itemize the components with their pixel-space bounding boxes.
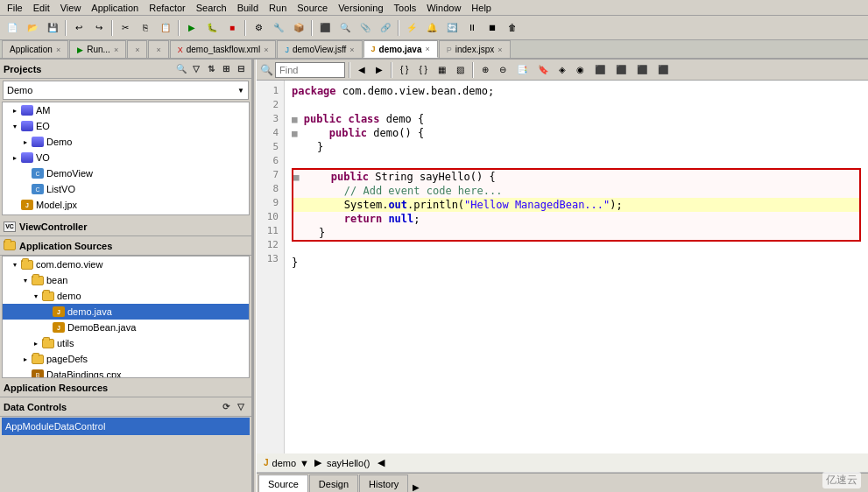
- tab-index-jspx[interactable]: P index.jspx ×: [439, 40, 511, 58]
- search-project-btn[interactable]: 🔍: [174, 62, 188, 76]
- tree-item-demo[interactable]: ▸ Demo: [3, 134, 249, 150]
- tab-run[interactable]: ▶ Run... ×: [69, 40, 126, 58]
- toolbar-btn-extra11[interactable]: ⏸: [462, 18, 482, 38]
- class-dropdown[interactable]: J demo ▼: [264, 458, 309, 468]
- paste-btn[interactable]: 📋: [156, 18, 175, 38]
- menu-help[interactable]: Help: [466, 2, 497, 14]
- toolbar-btn-extra7[interactable]: 🔗: [376, 18, 395, 38]
- tree-databindings[interactable]: B DataBindings.cpx: [3, 367, 249, 378]
- find-input[interactable]: [275, 62, 345, 78]
- editor-btn3[interactable]: ▦: [434, 62, 450, 78]
- tree-item-demoview[interactable]: C DemoView: [3, 165, 249, 181]
- tab-taskflow[interactable]: X demo_taskflow.xml ×: [170, 40, 277, 58]
- tab-close-application[interactable]: ×: [56, 46, 60, 54]
- editor-btn5[interactable]: ⊕: [477, 62, 493, 78]
- undo-btn[interactable]: ↩: [69, 18, 88, 38]
- tab-design[interactable]: Design: [309, 474, 358, 492]
- redo-btn[interactable]: ↪: [89, 18, 109, 38]
- tree-item-model-jpx[interactable]: J Model.jpx: [3, 197, 249, 213]
- expand-icon[interactable]: ▸: [10, 107, 20, 115]
- editor-btn12[interactable]: ⬛: [611, 62, 631, 78]
- save-btn[interactable]: 💾: [43, 18, 62, 38]
- menu-build[interactable]: Build: [232, 2, 264, 14]
- editor-btn7[interactable]: 📑: [512, 62, 532, 78]
- editor-btn9[interactable]: ◈: [554, 62, 570, 78]
- tab-history[interactable]: History: [359, 474, 408, 492]
- editor-btn2[interactable]: { }: [414, 62, 431, 78]
- toolbar-btn-extra2[interactable]: 🔧: [269, 18, 288, 38]
- editor-btn4[interactable]: ▧: [452, 62, 469, 78]
- expand-icon[interactable]: ▾: [10, 261, 20, 269]
- find-prev-btn[interactable]: ◀: [354, 62, 370, 78]
- editor-btn6[interactable]: ⊖: [495, 62, 511, 78]
- toolbar-btn-extra3[interactable]: 📦: [289, 18, 308, 38]
- editor-btn10[interactable]: ◉: [572, 62, 589, 78]
- open-btn[interactable]: 📂: [23, 18, 42, 38]
- run-btn[interactable]: ▶: [182, 18, 201, 38]
- expand-icon[interactable]: ▸: [20, 138, 31, 146]
- tab-close-run[interactable]: ×: [114, 46, 118, 54]
- editor-btn11[interactable]: ⬛: [590, 62, 610, 78]
- tab-demo-java[interactable]: J demo.java ×: [363, 40, 438, 58]
- tree-item-modelbundle[interactable]: P ModelBundle.properties: [3, 213, 249, 215]
- editor-btn1[interactable]: { }: [396, 62, 413, 78]
- tree-item-am[interactable]: ▸ AM: [3, 102, 249, 118]
- menu-file[interactable]: File: [2, 2, 28, 14]
- tree-item-eo[interactable]: ▾ EO: [3, 118, 249, 134]
- scroll-left-icon[interactable]: ◀: [378, 457, 385, 468]
- toolbar-btn-extra4[interactable]: ⬛: [315, 18, 335, 38]
- tab-close-demoview[interactable]: ×: [349, 46, 354, 54]
- expand-icon[interactable]: ▸: [31, 340, 41, 348]
- menu-view[interactable]: View: [55, 2, 87, 14]
- menu-edit[interactable]: Edit: [28, 2, 55, 14]
- tab-close-unnamed2[interactable]: ×: [156, 46, 160, 54]
- expand-icon[interactable]: ▸: [10, 154, 20, 162]
- tree-pagedefs[interactable]: ▸ pageDefs: [3, 351, 249, 367]
- dc-filter-btn[interactable]: ▽: [234, 400, 248, 414]
- toolbar-btn-extra8[interactable]: ⚡: [402, 18, 421, 38]
- cut-btn[interactable]: ✂: [116, 18, 135, 38]
- expand-icon[interactable]: ▾: [20, 277, 31, 285]
- tree-demo-folder[interactable]: ▾ demo: [3, 288, 249, 304]
- tree-demobean-java[interactable]: J DemoBean.java: [3, 320, 249, 335]
- editor-btn14[interactable]: ⬛: [653, 62, 673, 78]
- expand-icon[interactable]: ▾: [31, 292, 41, 300]
- tree-com-demo-view[interactable]: ▾ com.demo.view: [3, 257, 249, 272]
- menu-source[interactable]: Source: [292, 2, 333, 14]
- toolbar-btn-extra12[interactable]: ⏹: [483, 18, 502, 38]
- filter-btn[interactable]: ▽: [189, 62, 203, 76]
- tree-item-vo[interactable]: ▸ VO: [3, 150, 249, 165]
- menu-run[interactable]: Run: [264, 2, 292, 14]
- tab-close-taskflow[interactable]: ×: [264, 46, 268, 54]
- editor-btn8[interactable]: 🔖: [533, 62, 553, 78]
- debug-btn[interactable]: 🐛: [202, 18, 222, 38]
- tab-close-unnamed1[interactable]: ×: [135, 46, 139, 54]
- tree-item-listvo[interactable]: C ListVO: [3, 181, 249, 197]
- toolbar-btn-extra5[interactable]: 🔍: [335, 18, 355, 38]
- editor-btn13[interactable]: ⬛: [632, 62, 652, 78]
- tree-utils[interactable]: ▸ utils: [3, 335, 249, 351]
- menu-refactor[interactable]: Refactor: [144, 2, 191, 14]
- tree-bean[interactable]: ▾ bean: [3, 272, 249, 288]
- menu-window[interactable]: Window: [421, 2, 466, 14]
- toolbar-btn-extra10[interactable]: 🔄: [442, 18, 462, 38]
- expand-icon[interactable]: ▸: [20, 355, 31, 363]
- dc-refresh-btn[interactable]: ⟳: [219, 400, 233, 414]
- tab-unnamed2[interactable]: ×: [148, 40, 168, 58]
- tab-close-index-jspx[interactable]: ×: [498, 46, 502, 54]
- stop-btn[interactable]: ■: [222, 18, 242, 38]
- new-btn[interactable]: 📄: [3, 18, 22, 38]
- menu-versioning[interactable]: Versioning: [333, 2, 388, 14]
- menu-application[interactable]: Application: [86, 2, 144, 14]
- sort-btn[interactable]: ⇅: [204, 62, 218, 76]
- tab-unnamed1[interactable]: ×: [127, 40, 147, 58]
- expand-all-btn[interactable]: ⊞: [219, 62, 233, 76]
- app-sources-tree[interactable]: ▾ com.demo.view ▾ bean ▾ demo J demo.j: [2, 256, 250, 378]
- find-next-btn[interactable]: ▶: [371, 62, 387, 78]
- copy-btn[interactable]: ⎘: [136, 18, 155, 38]
- tab-application[interactable]: Application ×: [2, 40, 68, 58]
- app-module-data-control[interactable]: AppModuleDataControl: [2, 418, 250, 435]
- project-dropdown[interactable]: Demo ▼: [3, 81, 249, 100]
- toolbar-btn-extra13[interactable]: 🗑: [503, 18, 522, 38]
- method-dropdown[interactable]: sayHello(): [327, 458, 370, 468]
